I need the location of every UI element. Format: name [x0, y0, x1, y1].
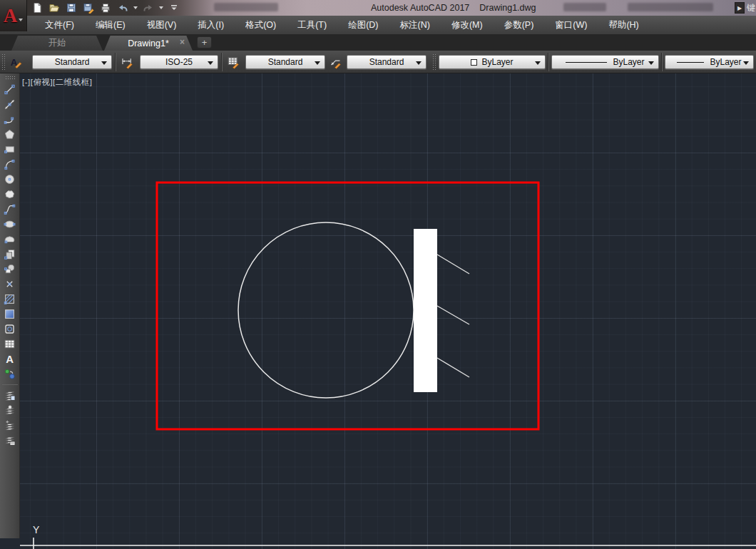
lineweight-dropdown[interactable]: ByLayer	[665, 55, 754, 69]
menu-file[interactable]: 文件(F)	[34, 16, 85, 34]
dim-style-icon[interactable]	[118, 53, 137, 71]
save-button[interactable]	[63, 1, 80, 15]
app-title-text: Autodesk AutoCAD 2017	[371, 3, 469, 13]
circle-tool[interactable]	[1, 172, 19, 187]
infocenter-expand-button[interactable]: ▶	[735, 2, 745, 14]
arc-tool[interactable]	[1, 157, 19, 172]
dim-style-value: ISO-25	[165, 57, 193, 67]
plot-icon	[100, 2, 111, 14]
insert-block-tool[interactable]	[1, 247, 19, 262]
table-style-dropdown[interactable]: Standard	[245, 55, 325, 69]
polyline-icon	[4, 113, 16, 125]
polygon-tool[interactable]	[1, 127, 19, 142]
undo-button-dropdown-icon[interactable]	[133, 6, 138, 9]
document-title-text: Drawing1.dwg	[479, 3, 536, 13]
menu-parametric[interactable]: 参数(P)	[494, 16, 545, 34]
viewport-controls-label[interactable]: [-][俯视][二维线框]	[22, 77, 93, 88]
blurred-background-window-title	[628, 3, 713, 11]
text-style-dropdown[interactable]: Standard	[32, 55, 112, 69]
save-icon	[66, 2, 77, 14]
revision-cloud-tool[interactable]	[1, 187, 19, 202]
rectangle-tool[interactable]	[1, 142, 19, 157]
undo-button[interactable]	[114, 1, 131, 15]
line-tool[interactable]	[1, 82, 19, 97]
dim-style-dropdown[interactable]: ISO-25	[140, 55, 218, 69]
open-file-icon	[48, 2, 60, 14]
tick-line-2[interactable]	[437, 306, 469, 324]
customize-quick-access-button[interactable]	[165, 1, 183, 15]
menu-window[interactable]: 窗口(W)	[544, 16, 598, 34]
layer-properties-icon	[4, 389, 16, 401]
add-selected-tool[interactable]	[1, 366, 19, 381]
make-object-layer-current-tool[interactable]	[1, 403, 19, 418]
add-selected-icon	[4, 368, 16, 380]
make-block-tool[interactable]	[1, 262, 19, 277]
toolbar-grip[interactable]	[5, 76, 15, 81]
toolbar-separator	[2, 384, 18, 385]
layer-states-icon	[4, 434, 16, 446]
revision-cloud-icon	[4, 188, 16, 200]
layer-previous-tool[interactable]	[1, 418, 19, 433]
layer-properties-tool[interactable]	[1, 388, 19, 403]
multiline-text-tool[interactable]: A	[1, 352, 19, 366]
mleader-style-dropdown[interactable]: Standard	[347, 55, 426, 69]
plot-button[interactable]	[97, 1, 114, 15]
styles-toolbar: A Standard ISO-25 Standard Standard ByLa…	[0, 51, 756, 73]
tick-line-1[interactable]	[437, 255, 469, 274]
menu-tools[interactable]: 工具(T)	[287, 16, 337, 34]
lineweight-value: ByLayer	[710, 57, 741, 67]
open-file-button[interactable]	[46, 1, 63, 15]
close-tab-icon[interactable]: ×	[180, 38, 185, 46]
ellipse-icon	[4, 218, 16, 230]
menu-view[interactable]: 视图(V)	[136, 16, 188, 34]
menu-insert[interactable]: 插入(I)	[187, 16, 235, 34]
new-tab-button[interactable]: +	[197, 36, 212, 48]
table-tool[interactable]	[1, 337, 19, 352]
linetype-preview-icon	[566, 62, 607, 63]
object-color-dropdown[interactable]: ByLayer	[439, 55, 546, 69]
point-tool[interactable]	[1, 277, 19, 292]
new-file-icon	[31, 2, 43, 14]
text-style-icon[interactable]: A	[6, 53, 26, 71]
menu-help[interactable]: 帮助(H)	[598, 16, 649, 34]
chevron-down-icon	[743, 61, 749, 65]
toolbar-grip[interactable]	[1, 53, 5, 71]
menu-format[interactable]: 格式(O)	[235, 16, 287, 34]
polygon-icon	[4, 128, 16, 140]
toolbar-separator	[115, 53, 116, 71]
tick-line-3[interactable]	[437, 358, 469, 377]
region-tool[interactable]	[1, 322, 19, 337]
red-rectangle[interactable]	[157, 183, 538, 429]
hatch-tool[interactable]	[1, 292, 19, 307]
spline-tool[interactable]	[1, 202, 19, 217]
mleader-style-value: Standard	[369, 57, 404, 67]
filled-bar[interactable]	[414, 229, 437, 392]
gradient-tool[interactable]	[1, 307, 19, 322]
construction-line-tool[interactable]	[1, 97, 19, 112]
mleader-style-icon[interactable]	[326, 53, 345, 71]
menu-bar: 文件(F)编辑(E)视图(V)插入(I)格式(O)工具(T)绘图(D)标注(N)…	[0, 16, 756, 34]
tab-start[interactable]: 开始	[11, 36, 103, 51]
ellipse-tool[interactable]	[1, 217, 19, 232]
linetype-dropdown[interactable]: ByLayer	[551, 55, 659, 69]
menu-edit[interactable]: 编辑(E)	[85, 16, 136, 34]
application-menu-button[interactable]: A	[0, 0, 27, 31]
gradient-icon	[4, 308, 16, 320]
polyline-tool[interactable]	[1, 112, 19, 127]
save-as-button[interactable]	[80, 1, 97, 15]
redo-button[interactable]	[140, 1, 157, 15]
menu-modify[interactable]: 修改(M)	[441, 16, 494, 34]
drawing-canvas[interactable]: [-][俯视][二维线框] Y	[20, 73, 756, 549]
menu-dimension[interactable]: 标注(N)	[389, 16, 441, 34]
layer-states-tool[interactable]	[1, 433, 19, 448]
new-file-button[interactable]	[29, 1, 46, 15]
svg-text:A: A	[6, 354, 14, 365]
circle-entity[interactable]	[238, 222, 414, 398]
toolbar-separator	[661, 53, 663, 71]
toolbar-grip[interactable]	[432, 53, 436, 71]
redo-button-dropdown-icon[interactable]	[159, 6, 163, 9]
table-style-icon[interactable]	[224, 53, 243, 71]
menu-draw[interactable]: 绘图(D)	[337, 16, 389, 34]
customize-icon	[168, 2, 180, 14]
ellipse-arc-tool[interactable]	[1, 232, 19, 247]
